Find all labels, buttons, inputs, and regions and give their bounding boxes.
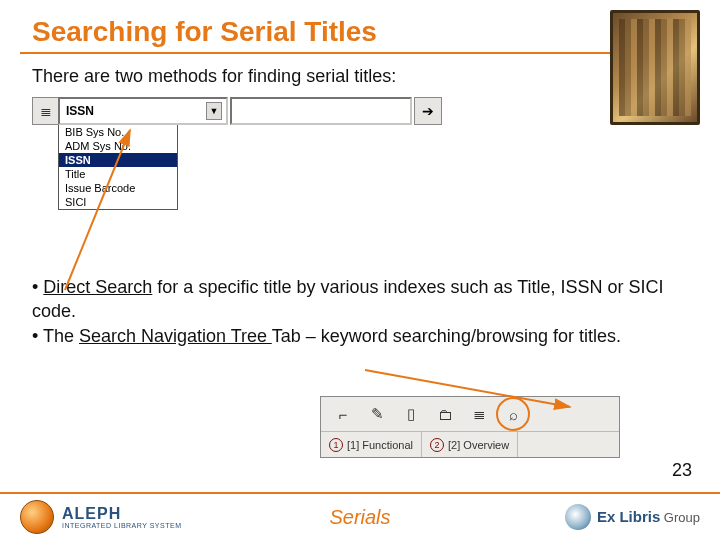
aleph-brand-sub: INTEGRATED LIBRARY SYSTEM (62, 522, 181, 529)
index-dropdown-list[interactable]: BIB Sys No. ADM Sys No. ISSN Title Issue… (58, 124, 178, 210)
book-icon[interactable]: ▯ (397, 402, 425, 426)
index-dropdown[interactable]: ISSN ▼ (58, 97, 228, 125)
dropdown-option[interactable]: SICI (59, 195, 177, 209)
bullet-marker: • (32, 277, 43, 297)
key-icon[interactable]: ⌐ (329, 402, 357, 426)
exlibris-brand: Ex Libris (597, 508, 660, 525)
aleph-logo-icon (20, 500, 54, 534)
search-tree-icon[interactable]: ⌕ (499, 402, 527, 426)
dropdown-option[interactable]: Title (59, 167, 177, 181)
dropdown-option[interactable]: BIB Sys No. (59, 125, 177, 139)
title-divider (20, 52, 700, 54)
direct-search-link: Direct Search (43, 277, 152, 297)
exlibris-group: Group (660, 510, 700, 525)
tab-overview[interactable]: 2 [2] Overview (422, 432, 518, 457)
grip-icon: ≣ (32, 97, 58, 125)
bullet-text: Tab – keyword searching/browsing for tit… (272, 326, 621, 346)
search-input[interactable] (230, 97, 412, 125)
list-icon[interactable]: ≣ (465, 402, 493, 426)
direct-search-widget: ≣ ISSN ▼ ➔ BIB Sys No. ADM Sys No. ISSN … (32, 97, 442, 210)
dropdown-option-selected[interactable]: ISSN (59, 153, 177, 167)
tab-label: [1] Functional (347, 439, 413, 451)
chevron-down-icon[interactable]: ▼ (206, 102, 222, 120)
dropdown-option[interactable]: ADM Sys No. (59, 139, 177, 153)
folder-icon[interactable]: 🗀 (431, 402, 459, 426)
library-illustration (610, 10, 700, 125)
aleph-brand: ALEPH (62, 506, 181, 522)
slide-footer: ALEPH INTEGRATED LIBRARY SYSTEM Serials … (0, 492, 720, 540)
tab-index-badge: 2 (430, 438, 444, 452)
bullet-list: • Direct Search for a specific title by … (32, 275, 680, 348)
navigation-tabbar: ⌐ ✎ ▯ 🗀 ≣ ⌕ 1 [1] Functional 2 [2] Overv… (320, 396, 620, 458)
page-number: 23 (672, 460, 692, 481)
tab-label: [2] Overview (448, 439, 509, 451)
dropdown-option[interactable]: Issue Barcode (59, 181, 177, 195)
index-dropdown-value: ISSN (66, 104, 94, 118)
footer-center-title: Serials (329, 506, 390, 529)
bullet-marker: • The (32, 326, 79, 346)
bullet-item: • The Search Navigation Tree Tab – keywo… (32, 324, 680, 348)
exlibris-logo-icon (565, 504, 591, 530)
tabbar-iconrow: ⌐ ✎ ▯ 🗀 ≣ ⌕ (321, 397, 619, 431)
tool-icon[interactable]: ✎ (363, 402, 391, 426)
bullet-item: • Direct Search for a specific title by … (32, 275, 680, 324)
nav-tree-link: Search Navigation Tree (79, 326, 272, 346)
tab-functional[interactable]: 1 [1] Functional (321, 432, 422, 457)
tab-index-badge: 1 (329, 438, 343, 452)
submit-arrow-icon[interactable]: ➔ (414, 97, 442, 125)
